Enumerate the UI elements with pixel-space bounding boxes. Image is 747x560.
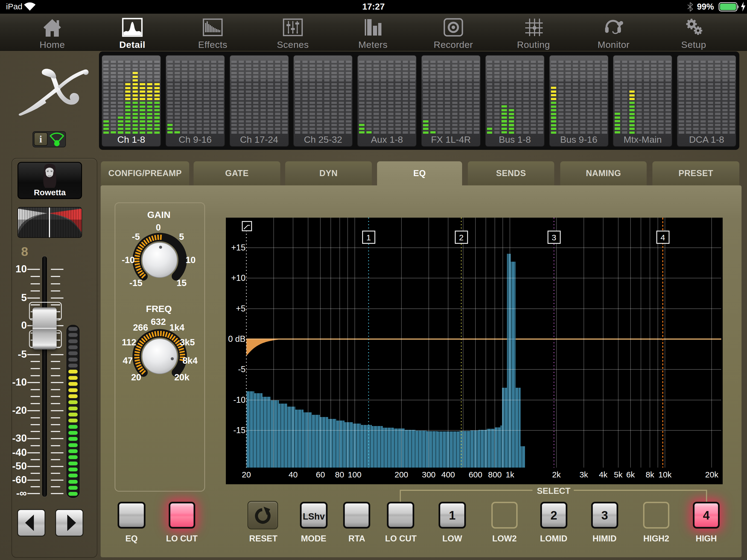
- svg-text:1k4: 1k4: [169, 322, 185, 332]
- svg-text:1k: 1k: [506, 470, 515, 479]
- svg-text:20k: 20k: [174, 372, 189, 382]
- svg-text:20: 20: [242, 470, 251, 479]
- svg-text:1: 1: [366, 233, 371, 242]
- svg-text:3k: 3k: [579, 470, 588, 479]
- svg-text:15: 15: [177, 278, 187, 288]
- svg-text:20: 20: [131, 372, 141, 382]
- svg-text:4: 4: [661, 233, 665, 242]
- svg-text:2: 2: [459, 233, 464, 242]
- svg-text:800: 800: [488, 470, 502, 479]
- svg-text:266: 266: [133, 322, 148, 332]
- svg-text:-15: -15: [129, 278, 143, 288]
- svg-text:-5: -5: [132, 232, 140, 242]
- svg-text:3k5: 3k5: [180, 337, 195, 347]
- svg-text:+10: +10: [231, 273, 246, 283]
- svg-text:-5: -5: [238, 364, 246, 374]
- svg-text:300: 300: [422, 470, 436, 479]
- svg-text:0: 0: [156, 222, 161, 232]
- svg-text:+5: +5: [236, 304, 246, 313]
- svg-text:632: 632: [151, 316, 166, 327]
- svg-text:100: 100: [348, 470, 361, 479]
- svg-text:3: 3: [552, 233, 557, 242]
- svg-text:0 dB: 0 dB: [228, 334, 246, 344]
- svg-text:2k: 2k: [552, 470, 561, 479]
- svg-text:5k: 5k: [614, 470, 623, 479]
- svg-text:200: 200: [394, 470, 408, 479]
- svg-text:6k: 6k: [626, 470, 635, 479]
- svg-text:4k: 4k: [599, 470, 608, 479]
- svg-text:600: 600: [469, 470, 482, 479]
- svg-text:-10: -10: [122, 255, 135, 265]
- svg-text:47: 47: [123, 355, 133, 365]
- svg-text:10k: 10k: [659, 470, 672, 479]
- svg-text:-15: -15: [233, 426, 246, 435]
- svg-text:8k4: 8k4: [182, 355, 198, 365]
- svg-text:60: 60: [316, 470, 325, 479]
- svg-text:-10: -10: [233, 395, 246, 405]
- svg-text:5: 5: [179, 232, 184, 242]
- svg-text:40: 40: [288, 470, 298, 479]
- svg-text:80: 80: [335, 470, 344, 479]
- svg-text:10: 10: [186, 255, 196, 265]
- svg-text:20k: 20k: [705, 470, 719, 479]
- svg-text:112: 112: [122, 337, 136, 347]
- svg-text:8k: 8k: [646, 470, 654, 479]
- svg-text:+15: +15: [231, 243, 246, 252]
- svg-text:400: 400: [441, 470, 455, 479]
